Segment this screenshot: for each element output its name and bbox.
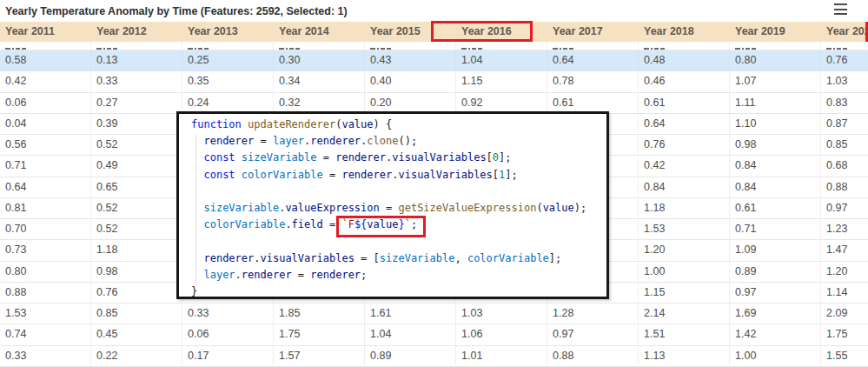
table-cell: 1.75 — [274, 324, 365, 345]
code-line: function updateRenderer(value) { — [191, 117, 586, 133]
table-row-selected[interactable]: 0.580.130.250.300.431.040.640.480.800.76 — [0, 50, 868, 71]
table-cell: 0.34 — [274, 71, 365, 92]
table-cell: 0.04 — [0, 114, 91, 135]
table-cell: 0.97 — [821, 198, 868, 219]
table-cell: 0.49 — [91, 156, 182, 177]
table-cell: 0.88 — [0, 283, 91, 304]
table-cell: 0.98 — [91, 262, 182, 283]
table-cell: 0.42 — [639, 156, 730, 177]
table-cell: 0.84 — [730, 156, 821, 177]
table-cell-clipped — [730, 42, 821, 50]
table-cell: 1.13 — [639, 346, 730, 367]
table-row[interactable]: 0.420.330.350.340.401.150.780.461.071.03 — [0, 71, 868, 92]
table-cell-clipped — [182, 42, 274, 50]
table-cell: 1.28 — [547, 304, 639, 324]
column-header-year-2020[interactable]: Year 2020 — [821, 22, 868, 42]
table-cell: 0.27 — [91, 93, 182, 114]
table-cell-clipped — [91, 42, 182, 50]
code-line: } — [191, 284, 586, 300]
table-cell: 0.85 — [91, 304, 182, 324]
table-cell: 0.83 — [821, 93, 868, 114]
table-cell: 1.11 — [730, 93, 821, 114]
column-header-year-2017[interactable]: Year 2017 — [547, 22, 639, 42]
table-row[interactable]: 0.740.450.061.751.041.060.971.511.421.75 — [0, 324, 868, 345]
table-cell: 0.25 — [182, 50, 274, 71]
table-cell: 1.85 — [274, 304, 365, 324]
table-cell-clipped — [365, 42, 456, 50]
table-cell: 0.48 — [639, 50, 730, 71]
table-cell: 1.23 — [821, 219, 868, 240]
code-overlay: function updateRenderer(value) { rendere… — [176, 111, 609, 299]
table-cell: 0.88 — [821, 177, 868, 198]
table-row-clipped[interactable] — [0, 42, 868, 50]
menu-icon[interactable] — [834, 3, 847, 15]
table-cell: 0.71 — [730, 219, 821, 240]
table-cell: 0.43 — [365, 50, 456, 71]
table-cell: 0.98 — [730, 135, 821, 156]
table-cell: 1.10 — [730, 114, 821, 135]
table-cell-clipped — [274, 42, 365, 50]
table-cell: 0.76 — [639, 135, 730, 156]
table-cell: 1.42 — [730, 324, 821, 345]
table-cell: 0.80 — [730, 50, 821, 71]
table-cell-clipped — [821, 42, 868, 50]
annotation-box-year-2016 — [431, 21, 533, 42]
table-cell: 0.52 — [91, 219, 182, 240]
table-cell: 1.51 — [639, 324, 730, 345]
table-row[interactable]: 1.530.850.331.851.611.031.282.141.692.09 — [0, 304, 868, 324]
table-cell: 1.75 — [821, 324, 868, 345]
table-cell: 0.68 — [821, 156, 868, 177]
table-cell: 0.61 — [730, 198, 821, 219]
code-line: renderer = layer.renderer.clone(); — [191, 133, 586, 150]
table-cell: 0.65 — [91, 177, 182, 198]
table-cell: 0.78 — [547, 71, 639, 92]
table-cell: 1.04 — [365, 324, 456, 345]
table-cell: 1.20 — [639, 240, 730, 261]
table-cell: 0.84 — [730, 177, 821, 198]
code-lines: function updateRenderer(value) { rendere… — [191, 117, 586, 300]
column-header-year-2012[interactable]: Year 2012 — [91, 22, 182, 42]
code-line: const colorVariable = renderer.visualVar… — [191, 167, 586, 184]
table-cell: 0.71 — [0, 156, 91, 177]
code-line: renderer.visualVariables = [sizeVariable… — [191, 250, 586, 267]
column-header-year-2018[interactable]: Year 2018 — [639, 22, 730, 42]
column-header-year-2013[interactable]: Year 2013 — [182, 22, 274, 42]
table-cell: 0.89 — [365, 346, 456, 367]
table-cell: 1.15 — [639, 283, 730, 304]
table-cell: 0.58 — [0, 50, 91, 71]
table-cell: 1.55 — [821, 346, 868, 367]
attribute-table-panel: Yearly Temperature Anomaly by Time (Feat… — [0, 0, 868, 367]
table-cell: 0.17 — [182, 346, 274, 367]
annotation-box-code-field — [336, 216, 426, 237]
table-cell: 0.42 — [0, 71, 91, 92]
table-cell: 1.04 — [456, 50, 547, 71]
column-header-year-2011[interactable]: Year 2011 — [0, 22, 91, 42]
table-cell: 1.57 — [274, 346, 365, 367]
page-title: Yearly Temperature Anomaly by Time (Feat… — [5, 5, 348, 17]
table-cell: 0.76 — [91, 283, 182, 304]
table-cell: 0.35 — [182, 71, 274, 92]
table-cell: 0.30 — [274, 50, 365, 71]
table-cell-clipped — [0, 42, 91, 50]
table-cell: 0.06 — [182, 324, 274, 345]
table-cell: 1.03 — [456, 304, 547, 324]
table-cell: 0.64 — [0, 177, 91, 198]
table-cell-clipped — [639, 42, 730, 50]
code-line: const sizeVariable = renderer.visualVari… — [191, 150, 586, 166]
table-cell: 0.64 — [547, 50, 639, 71]
table-cell: 0.33 — [182, 304, 274, 324]
table-cell: 0.40 — [365, 71, 456, 92]
table-cell: 1.47 — [821, 240, 868, 261]
table-cell: 0.45 — [91, 324, 182, 345]
table-cell: 0.88 — [547, 346, 639, 367]
table-cell: 0.22 — [91, 346, 182, 367]
table-cell: 1.53 — [639, 219, 730, 240]
column-header-year-2019[interactable]: Year 2019 — [730, 22, 821, 42]
table-cell: 0.74 — [0, 324, 91, 345]
table-cell: 1.15 — [456, 71, 547, 92]
table-cell: 0.81 — [0, 198, 91, 219]
column-header-year-2014[interactable]: Year 2014 — [274, 22, 365, 42]
table-cell: 0.97 — [730, 283, 821, 304]
table-row[interactable]: 0.330.220.171.570.891.010.881.131.001.55 — [0, 346, 868, 367]
table-cell: 0.33 — [91, 71, 182, 92]
